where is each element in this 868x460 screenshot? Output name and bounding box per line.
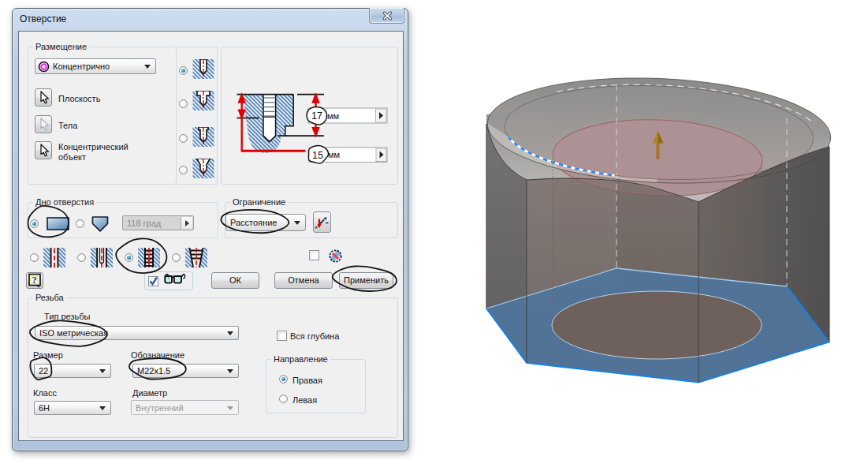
svg-text:мм: мм: [328, 150, 340, 159]
svg-text:17: 17: [311, 110, 322, 122]
svg-text:15: 15: [312, 150, 323, 161]
svg-text:мм: мм: [327, 111, 339, 121]
svg-text:?: ?: [32, 275, 36, 286]
